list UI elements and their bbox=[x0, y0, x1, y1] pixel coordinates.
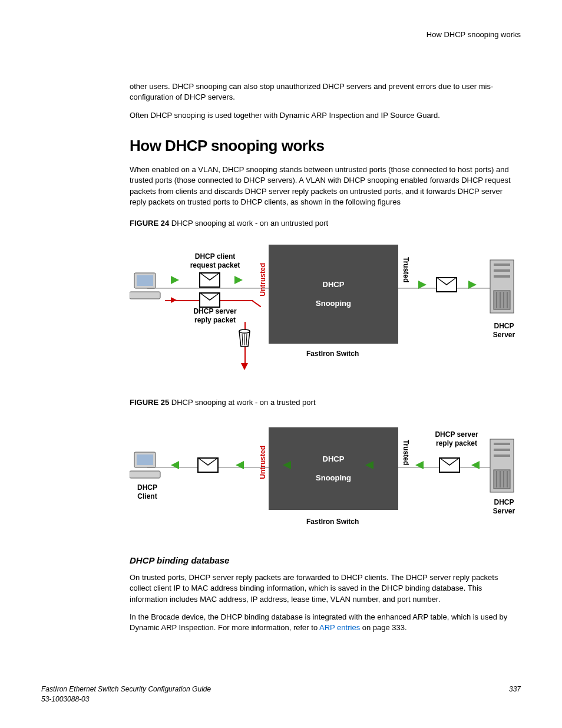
figure-24: DHCP client request packet DHCP server r… bbox=[130, 233, 521, 387]
intro-paragraph-1: other users. DHCP snooping can also stop… bbox=[130, 81, 521, 103]
section-paragraph: When enabled on a VLAN, DHCP snooping st… bbox=[130, 164, 521, 207]
arrow-down-red-icon bbox=[241, 363, 248, 370]
figure-25: DHCP Client Untrusted DHCP Snooping Fast… bbox=[130, 413, 521, 542]
switch-box: DHCP Snooping bbox=[269, 245, 398, 344]
svg-rect-19 bbox=[130, 471, 160, 478]
svg-rect-2 bbox=[130, 292, 160, 299]
envelope-icon bbox=[199, 272, 220, 288]
figure-25-caption: FIGURE 25 DHCP snooping at work - on a t… bbox=[130, 397, 521, 408]
db-p2-text-b: on page 333. bbox=[360, 623, 407, 632]
envelope-icon bbox=[439, 457, 460, 473]
server-icon bbox=[489, 438, 515, 494]
db-p2-text-a: In the Brocade device, the DHCP binding … bbox=[130, 612, 507, 632]
server-reply-label: DHCP server reply packet bbox=[180, 307, 250, 325]
arrow-left-icon bbox=[471, 461, 480, 469]
page-footer: FastIron Ethernet Switch Security Config… bbox=[41, 684, 521, 704]
switch-label: FastIron Switch bbox=[306, 518, 359, 526]
figure-25-text: DHCP snooping at work - on a trusted por… bbox=[169, 398, 315, 407]
dhcp-text: DHCP bbox=[269, 279, 398, 290]
arrow-right-icon bbox=[234, 276, 243, 284]
footer-page-number: 337 bbox=[509, 684, 521, 704]
snooping-text: Snooping bbox=[269, 298, 398, 309]
server-icon bbox=[489, 259, 515, 315]
svg-rect-11 bbox=[494, 275, 510, 278]
envelope-icon bbox=[199, 292, 220, 308]
trusted-label: Trusted bbox=[401, 440, 411, 465]
footer-guide-title: FastIron Ethernet Switch Security Config… bbox=[41, 684, 211, 694]
svg-rect-18 bbox=[137, 454, 153, 465]
figure-24-caption: FIGURE 24 DHCP snooping at work - on an … bbox=[130, 218, 521, 229]
svg-rect-12 bbox=[494, 291, 510, 309]
subsection-title: DHCP binding database bbox=[130, 554, 521, 566]
svg-rect-21 bbox=[494, 443, 510, 445]
dhcp-server-label: DHCP Server bbox=[488, 498, 520, 516]
svg-rect-10 bbox=[494, 269, 510, 272]
arrow-left-icon bbox=[236, 461, 244, 469]
arrow-right-icon bbox=[468, 281, 477, 289]
section-title: How DHCP snooping works bbox=[130, 135, 521, 156]
arrow-left-icon bbox=[171, 461, 179, 469]
untrusted-label: Untrusted bbox=[258, 446, 268, 479]
figure-25-prefix: FIGURE 25 bbox=[130, 398, 169, 407]
arrow-right-icon bbox=[418, 281, 427, 289]
red-line bbox=[252, 300, 261, 307]
svg-rect-24 bbox=[494, 470, 510, 489]
pc-icon bbox=[130, 272, 165, 301]
trash-icon bbox=[238, 328, 251, 348]
intro-paragraph-2: Often DHCP snooping is used together wit… bbox=[130, 110, 521, 121]
svg-point-4 bbox=[239, 330, 250, 333]
arrow-right-red-icon bbox=[171, 297, 177, 303]
envelope-icon bbox=[436, 277, 457, 292]
dhcp-server-label: DHCP Server bbox=[488, 322, 520, 340]
arrow-right-icon bbox=[171, 276, 179, 284]
db-paragraph-1: On trusted ports, DHCP server reply pack… bbox=[130, 572, 521, 605]
snooping-text: Snooping bbox=[269, 473, 398, 483]
db-paragraph-2: In the Brocade device, the DHCP binding … bbox=[130, 612, 521, 633]
switch-label: FastIron Switch bbox=[306, 350, 359, 358]
arrow-left-icon bbox=[283, 461, 291, 469]
figure-24-text: DHCP snooping at work - on an untrusted … bbox=[169, 219, 328, 228]
svg-rect-22 bbox=[494, 449, 510, 451]
figure-24-prefix: FIGURE 24 bbox=[130, 219, 169, 228]
trusted-label: Trusted bbox=[401, 257, 411, 282]
envelope-icon bbox=[197, 457, 219, 473]
server-reply-label: DHCP server reply packet bbox=[424, 430, 489, 448]
arp-entries-link[interactable]: ARP entries bbox=[319, 623, 360, 632]
pc-icon bbox=[130, 451, 165, 480]
arrow-left-icon bbox=[365, 461, 373, 469]
untrusted-label: Untrusted bbox=[258, 263, 268, 297]
svg-rect-23 bbox=[494, 454, 510, 457]
svg-rect-1 bbox=[137, 275, 153, 286]
footer-doc-number: 53-1003088-03 bbox=[41, 694, 211, 704]
arrow-left-icon bbox=[415, 461, 424, 469]
client-request-label: DHCP client request packet bbox=[183, 252, 247, 270]
dhcp-client-label: DHCP Client bbox=[133, 483, 162, 501]
running-header: How DHCP snooping works bbox=[41, 29, 521, 40]
svg-rect-9 bbox=[494, 263, 510, 266]
